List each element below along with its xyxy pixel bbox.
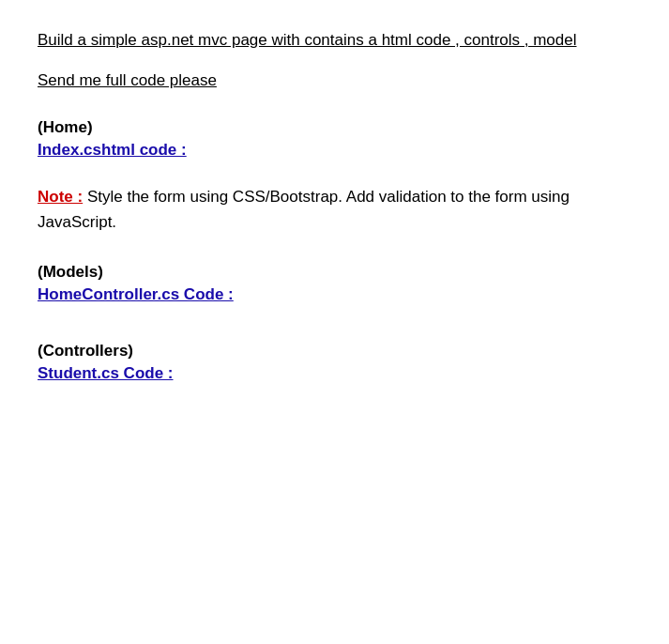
controllers-section: (Controllers) Student.cs Code : [38,342,631,392]
models-heading: (Models) [38,263,631,282]
home-heading: (Home) [38,118,631,137]
homecontroller-cs-link[interactable]: HomeController.cs Code : [38,285,234,304]
index-cshtml-link[interactable]: Index.cshtml code : [38,141,187,160]
note-label: Note : [38,188,83,206]
models-section: (Models) HomeController.cs Code : [38,263,631,314]
controllers-heading: (Controllers) [38,342,631,360]
student-cs-link[interactable]: Student.cs Code : [38,364,174,383]
note-text: Style the form using CSS/Bootstrap. Add … [38,188,570,231]
home-section: (Home) Index.cshtml code : Note : Style … [38,118,631,235]
note-container: Note : Style the form using CSS/Bootstra… [38,184,631,235]
intro-paragraph: Build a simple asp.net mvc page with con… [38,28,631,53]
request-text: Send me full code please [38,71,631,90]
